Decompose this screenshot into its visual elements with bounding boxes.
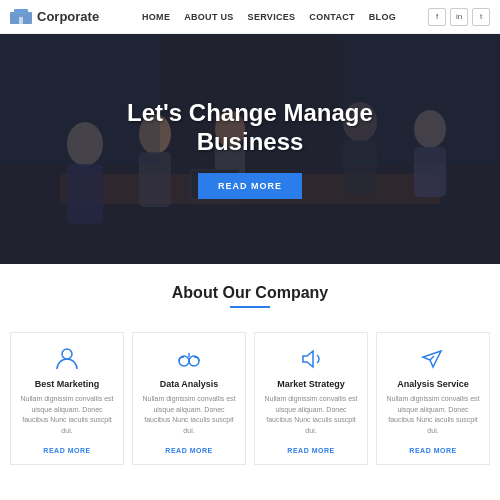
card-best-marketing: Best Marketing Nullam dignissim convalli…	[10, 332, 124, 465]
card-link-service[interactable]: READ MORE	[409, 447, 456, 454]
card-title-analysis: Data Analysis	[141, 379, 237, 389]
about-underline	[230, 306, 270, 308]
logo-text: Corporate	[37, 9, 99, 24]
person-icon	[19, 345, 115, 373]
card-data-analysis: Data Analysis Nullam dignissim convallis…	[132, 332, 246, 465]
main-nav: HOME ABOUT US SERVICES CONTACT BLOG	[110, 12, 428, 22]
card-link-strategy[interactable]: READ MORE	[287, 447, 334, 454]
glasses-icon	[141, 345, 237, 373]
card-link-marketing[interactable]: READ MORE	[43, 447, 90, 454]
svg-rect-2	[19, 17, 23, 24]
card-title-service: Analysis Service	[385, 379, 481, 389]
about-title: About Our Company	[15, 284, 485, 302]
social-icons: f in t	[428, 8, 490, 26]
megaphone-icon	[263, 345, 359, 373]
svg-rect-1	[14, 9, 28, 14]
card-analysis-service: Analysis Service Nullam dignissim conval…	[376, 332, 490, 465]
hero-section: Let's Change Manage Business READ MORE	[0, 34, 500, 264]
card-text-analysis: Nullam dignissim convallis est uisque al…	[141, 394, 237, 436]
nav-services[interactable]: SERVICES	[248, 12, 296, 22]
svg-point-20	[62, 349, 72, 359]
nav-contact[interactable]: CONTACT	[309, 12, 354, 22]
send-icon	[385, 345, 481, 373]
nav-about[interactable]: ABOUT US	[184, 12, 233, 22]
hero-title: Let's Change Manage Business	[127, 99, 373, 157]
twitter-icon[interactable]: t	[472, 8, 490, 26]
about-section: About Our Company	[0, 264, 500, 332]
logo-area: Corporate	[10, 9, 110, 25]
cards-row: Best Marketing Nullam dignissim convalli…	[0, 332, 500, 465]
hero-content: Let's Change Manage Business READ MORE	[0, 34, 500, 264]
linkedin-icon[interactable]: in	[450, 8, 468, 26]
card-title-strategy: Market Strategy	[263, 379, 359, 389]
nav-home[interactable]: HOME	[142, 12, 170, 22]
card-title-marketing: Best Marketing	[19, 379, 115, 389]
card-market-strategy: Market Strategy Nullam dignissim convall…	[254, 332, 368, 465]
header: Corporate HOME ABOUT US SERVICES CONTACT…	[0, 0, 500, 34]
card-link-analysis[interactable]: READ MORE	[165, 447, 212, 454]
nav-blog[interactable]: BLOG	[369, 12, 396, 22]
logo-icon	[10, 9, 32, 25]
facebook-icon[interactable]: f	[428, 8, 446, 26]
card-text-service: Nullam dignissim convallis est uisque al…	[385, 394, 481, 436]
hero-read-more-button[interactable]: READ MORE	[198, 173, 302, 199]
card-text-marketing: Nullam dignissim convallis est uisque al…	[19, 394, 115, 436]
card-text-strategy: Nullam dignissim convallis est uisque al…	[263, 394, 359, 436]
